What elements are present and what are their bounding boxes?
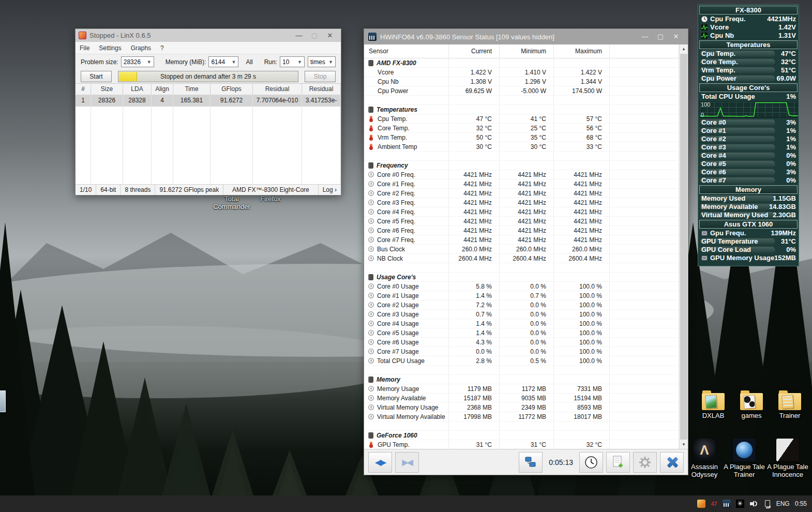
report-button[interactable] (606, 452, 630, 473)
scroll-down-icon[interactable]: ▼ (680, 440, 688, 449)
linx-close-button[interactable]: ✕ (322, 29, 338, 42)
language-indicator[interactable]: ENG (776, 500, 790, 507)
results-column-header[interactable]: Align (152, 84, 173, 95)
downloader-tray-icon[interactable] (697, 500, 705, 508)
partial-desktop-icon[interactable] (0, 390, 6, 412)
fan-tray-icon[interactable]: ✳ (736, 500, 744, 508)
log-link[interactable]: Log › (319, 185, 341, 195)
linx-menu-settings[interactable]: Settings (99, 44, 121, 52)
desktop-icon-games[interactable]: games (731, 393, 772, 419)
sensor-row[interactable]: NB Clock2600.4 MHz2600.4 MHz2600.4 MHz (364, 254, 679, 263)
desktop-icon-trainer[interactable]: Trainer (770, 393, 810, 419)
cpu-temp-tray-readout[interactable]: 47 (711, 501, 717, 507)
sensor-group-header[interactable]: AMD FX-8300 (364, 58, 679, 68)
sensor-row[interactable]: Memory Available15187 MB9035 MB15194 MB (364, 394, 679, 403)
sensor-row[interactable]: Cpu Nb1.308 V1.296 V1.344 V (364, 77, 679, 86)
run-count-select[interactable]: 10▼ (280, 56, 305, 67)
sensor-group-header[interactable]: GeForce 1060 (364, 431, 679, 440)
sensor-row[interactable]: Core #0 Freq.4421 MHz4421 MHz4421 MHz (364, 170, 679, 179)
memory-select[interactable]: 6144▼ (208, 56, 238, 67)
hwinfo-minimize-button[interactable]: — (637, 31, 653, 43)
results-column-header[interactable]: # (76, 84, 91, 95)
sensor-row[interactable]: Vrm Temp.50 °C35 °C68 °C (364, 133, 679, 142)
clock-settings-button[interactable] (579, 452, 603, 473)
sensor-row[interactable]: Virtual Memory Available17998 MB11772 MB… (364, 412, 679, 421)
thermo-icon (370, 125, 372, 131)
results-column-header[interactable]: Residual (253, 84, 302, 95)
linx-menu-file[interactable]: File (80, 44, 89, 52)
hwinfo-maximize-button[interactable]: ▢ (653, 31, 668, 43)
linx-minimize-button[interactable]: — (291, 29, 307, 42)
sensor-row[interactable]: Core #1 Usage1.4 %0.7 %100.0 % (364, 291, 679, 300)
volume-icon[interactable] (749, 500, 758, 508)
vertical-scrollbar[interactable]: ▲ ▼ (679, 44, 688, 449)
sensor-row[interactable]: Core #2 Freq.4421 MHz4421 MHz4421 MHz (364, 189, 679, 198)
problem-size-select[interactable]: 28326▼ (121, 56, 154, 67)
sensor-row[interactable]: Core #4 Freq.4421 MHz4421 MHz4421 MHz (364, 207, 679, 217)
scrollbar-thumb[interactable] (680, 54, 687, 440)
usb-eject-icon[interactable] (763, 500, 771, 508)
expand-columns-button[interactable]: ◀▶ (368, 452, 392, 473)
sensor-label: Virtual Memory Used (701, 211, 768, 219)
sensor-row[interactable]: Ambient Temp30 °C30 °C33 °C (364, 142, 679, 152)
start-button[interactable]: Start (81, 71, 112, 82)
column-sensor[interactable]: Sensor (364, 44, 449, 58)
sensor-row[interactable]: Core #4 Usage1.4 %0.0 %100.0 % (364, 319, 679, 328)
scroll-up-icon[interactable]: ▲ (680, 44, 688, 53)
close-sensors-button[interactable] (660, 452, 684, 473)
sensor-row[interactable]: Vcore1.422 V1.410 V1.422 V (364, 68, 679, 77)
results-column-header[interactable]: GFlops (210, 84, 253, 95)
results-column-header[interactable]: Time (173, 84, 210, 95)
sensor-row[interactable]: Core #3 Freq.4421 MHz4421 MHz4421 MHz (364, 198, 679, 207)
remote-monitoring-button[interactable] (519, 452, 543, 473)
clock-time[interactable]: 0:55 (795, 500, 807, 507)
linx-titlebar[interactable]: Stopped - LinX 0.6.5 — ▢ ✕ (76, 29, 341, 42)
sensor-row[interactable]: Core #3 Usage0.7 %0.0 %100.0 % (364, 310, 679, 319)
desktop-icon-plague-tale-innocence[interactable]: A Plague Tale Innocence (764, 439, 811, 478)
sensor-group-header[interactable]: Temperatures (364, 105, 679, 114)
column-minimum[interactable]: Minimum (500, 44, 554, 58)
settings-button[interactable] (633, 452, 657, 473)
desktop-icon-label-total-commander[interactable]: Total Commander (207, 195, 257, 210)
results-column-header[interactable]: Size (91, 84, 123, 95)
linx-maximize-button[interactable]: ▢ (307, 29, 322, 42)
hwinfo-close-button[interactable]: ✕ (668, 31, 684, 43)
sensor-row[interactable]: Core #5 Usage1.4 %0.0 %100.0 % (364, 328, 679, 338)
run-unit-select[interactable]: times▼ (308, 56, 336, 67)
hwinfo-titlebar[interactable]: HWiNFO64 v6.09-3860 Sensor Status [109 v… (364, 29, 688, 44)
sensor-row[interactable]: Bus Clock260.0 MHz260.0 MHz260.0 MHz (364, 245, 679, 254)
sensor-row[interactable]: Cpu Power69.625 W-5.000 W174.500 W (364, 86, 679, 96)
sensor-row[interactable]: Core #1 Freq.4421 MHz4421 MHz4421 MHz (364, 179, 679, 189)
column-maximum[interactable]: Maximum (554, 44, 610, 58)
desktop-icon-label-firefox[interactable]: Firefox (254, 195, 287, 203)
sensor-row[interactable]: Core #0 Usage5.8 %0.0 %100.0 % (364, 282, 679, 291)
sensor-row[interactable]: Core #2 Usage7.2 %0.0 %100.0 % (364, 300, 679, 310)
linx-menu-help[interactable]: ? (160, 44, 164, 52)
sensor-row[interactable]: Cpu Temp.47 °C41 °C57 °C (364, 114, 679, 124)
sensor-group-header[interactable]: Memory (364, 375, 679, 384)
sensor-row[interactable]: Memory Usage1179 MB1172 MB7331 MB (364, 384, 679, 394)
linx-menu-graphs[interactable]: Graphs (131, 44, 151, 52)
sensor-group-header[interactable]: Frequency (364, 161, 679, 170)
sensor-row[interactable]: Core Temp.32 °C25 °C56 °C (364, 124, 679, 133)
column-current[interactable]: Current (449, 44, 500, 58)
sensor-row[interactable]: Core #6 Usage4.3 %0.0 %100.0 % (364, 338, 679, 347)
hwinfo-tray-icon[interactable] (723, 500, 731, 508)
sensor-row[interactable]: Core #6 Freq.4421 MHz4421 MHz4421 MHz (364, 226, 679, 235)
sensor-row[interactable]: Virtual Memory Usage2368 MB2349 MB8593 M… (364, 403, 679, 412)
stop-button[interactable]: Stop (305, 71, 336, 82)
sensor-row[interactable]: Total CPU Usage2.8 %0.5 %100.0 % (364, 356, 679, 366)
results-row[interactable]: 128326283284165.38191.62727.707064e-0103… (76, 95, 341, 107)
desktop-icon-dxlab[interactable]: DXLAB (693, 393, 733, 419)
desktop-icon-assassin-odyssey[interactable]: Λ Assassin Odyssey (683, 439, 726, 478)
sensor-row[interactable]: Core #7 Usage0.0 %0.0 %100.0 % (364, 347, 679, 356)
collapse-columns-button[interactable]: ▶◀ (395, 452, 419, 473)
taskbar[interactable]: 47 ✳ ENG 0:55 (0, 495, 812, 512)
sensor-row[interactable]: Core #5 Freq.4421 MHz4421 MHz4421 MHz (364, 217, 679, 226)
sensor-row[interactable]: Core #7 Freq.4421 MHz4421 MHz4421 MHz (364, 235, 679, 245)
results-column-header[interactable]: LDA (123, 84, 152, 95)
desktop-icon-plague-tale-trainer[interactable]: A Plague Tale Trainer (721, 439, 768, 478)
sensor-group-header[interactable]: Usage Core's (364, 273, 679, 282)
results-column-header[interactable]: Residual (norm.) (302, 84, 341, 95)
sensor-row[interactable]: GPU Temp.31 °C31 °C32 °C (364, 440, 679, 449)
